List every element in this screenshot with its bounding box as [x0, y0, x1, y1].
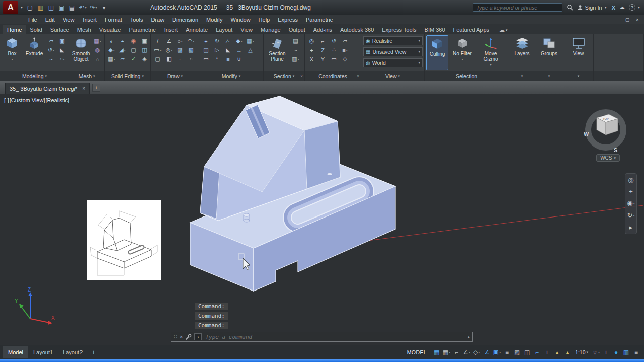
customize-wrench-icon[interactable] [185, 334, 192, 340]
panel-label-modeling[interactable]: Modeling ▾ [0, 71, 69, 81]
navigation-wheel-icon[interactable]: ◎ [628, 177, 633, 183]
taper-faces-icon[interactable]: ◢ [117, 46, 128, 54]
ribbon-tab[interactable]: Parametric [125, 25, 159, 34]
menu-item[interactable]: Edit [41, 16, 59, 23]
command-input[interactable] [204, 333, 465, 341]
smooth-less-icon[interactable]: ◌ [92, 55, 103, 63]
ucs-3point-icon[interactable]: ∴ [329, 46, 339, 54]
panel-label-view-collapsed[interactable]: ▾ [564, 71, 593, 81]
close-icon[interactable]: × [633, 16, 642, 23]
snap-mode-icon[interactable]: ▦ [442, 347, 451, 357]
line-icon[interactable]: / [152, 37, 163, 45]
move-icon[interactable]: + [201, 37, 211, 45]
mirror-icon[interactable]: ▷ [212, 46, 222, 54]
lengthen-icon[interactable]: — [245, 55, 256, 63]
smooth-more-icon[interactable]: ◍ [92, 46, 103, 54]
annotation-visibility-icon[interactable]: ▴ [552, 347, 562, 357]
ribbon-tab[interactable]: Insert [160, 25, 182, 34]
ribbon-tab[interactable]: Express Tools [378, 25, 420, 34]
move-gizmo-button[interactable]: Move Gizmo ▾ [476, 35, 505, 70]
fillet-icon[interactable]: ◆ [234, 37, 245, 45]
sign-in-button[interactable]: Sign In ▾ [577, 5, 607, 11]
loft-icon[interactable]: ≈ [57, 55, 67, 63]
ribbon-tab[interactable]: Featured Apps [449, 25, 494, 34]
union-icon[interactable]: ◐ [106, 37, 117, 45]
visual-style-dropdown[interactable]: ◉ Realistic ▾ [363, 36, 423, 45]
menu-item[interactable]: Parametric [302, 16, 337, 23]
customization-menu-icon[interactable]: ≡ [631, 347, 641, 357]
ribbon-tab[interactable]: View [236, 25, 257, 34]
ribbon-tab[interactable]: Home [3, 25, 26, 34]
arc-icon[interactable]: ◠ [186, 37, 196, 45]
panel-label-layers[interactable]: ▾ [509, 71, 535, 81]
minimize-icon[interactable]: — [613, 16, 622, 23]
trim-icon[interactable]: ∕ [223, 37, 233, 45]
new-drawing-tab-button[interactable]: + [92, 84, 100, 92]
exchange-apps-icon[interactable]: X [612, 5, 615, 11]
rotate-icon[interactable]: ↻ [212, 37, 222, 45]
ucs-world-dropdown[interactable]: ◍ World ▾ [363, 58, 423, 67]
model-space-button[interactable]: MODEL [403, 347, 431, 357]
ucs-previous-icon[interactable]: ↺ [329, 37, 339, 45]
graphics-performance-icon[interactable]: ▥ [621, 347, 631, 357]
panel-label-coordinates[interactable]: Coordinates ∨ [305, 71, 361, 81]
panel-label-selection[interactable]: Selection [425, 71, 509, 81]
isolate-objects-icon[interactable]: ● [611, 347, 621, 357]
extract-edges-icon[interactable]: ▦ [106, 55, 117, 63]
autoscale-icon[interactable]: ▴ [562, 347, 572, 357]
menu-item[interactable]: Insert [78, 16, 101, 23]
section-plane-button[interactable]: Section Plane [265, 35, 289, 70]
undo-icon[interactable]: ↶ [78, 3, 88, 12]
ribbon-tab[interactable]: Add-ins [309, 25, 336, 34]
check-icon[interactable]: ◈ [139, 55, 150, 63]
circle-icon[interactable]: ○ [175, 37, 185, 45]
file-tab[interactable]: 35_ 3Boyutlu Cizim Ornegi* × [5, 83, 90, 94]
panel-label-view[interactable]: View ▾ [361, 71, 424, 81]
erase-icon[interactable]: ▭ [201, 55, 211, 63]
redo-icon[interactable]: ↷ [89, 3, 98, 12]
add-jog-icon[interactable]: ~ [290, 46, 301, 54]
lineweight-icon[interactable]: ≡ [502, 347, 512, 357]
recent-commands-button[interactable]: › [194, 333, 202, 340]
dynamic-ucs-icon[interactable]: ⌐ [532, 347, 542, 357]
ucs-world-icon[interactable]: ◎ [306, 37, 317, 45]
save-as-icon[interactable]: ▣ [57, 3, 66, 12]
help-button[interactable]: ? ▾ [629, 4, 641, 11]
layout-tab[interactable]: Layout1 [28, 346, 58, 358]
offset-icon[interactable]: ≡ [223, 55, 233, 63]
open-folder-icon[interactable]: ▥ [36, 3, 45, 12]
new-layout-button[interactable]: + [88, 349, 99, 356]
command-history-toggle-icon[interactable]: ▴ [467, 334, 470, 339]
ribbon-tab[interactable]: Solid [26, 25, 46, 34]
search-input[interactable] [475, 4, 560, 11]
join-icon[interactable]: ∪ [234, 55, 245, 63]
ucs-x-icon[interactable]: X [306, 55, 317, 63]
clean-icon[interactable]: ✓ [128, 55, 139, 63]
menu-item[interactable]: Format [101, 16, 126, 23]
isodraft-icon[interactable]: ◇ [472, 347, 481, 357]
ribbon-tab[interactable]: BIM 360 [421, 25, 449, 34]
no-filter-button[interactable]: No Filter ▾ [449, 35, 475, 70]
showmotion-icon[interactable]: ▸ [629, 224, 633, 231]
ucs-z-axis-icon[interactable]: Z [317, 46, 328, 54]
a360-cloud-icon[interactable]: ☁ [619, 4, 625, 11]
dialog-launcher-icon[interactable]: ∨ [357, 74, 359, 78]
viewport-canvas[interactable]: [-][Custom View][Realistic] [0, 94, 644, 345]
ribbon-tab[interactable]: Manage [257, 25, 285, 34]
imprint-icon[interactable]: ▣ [139, 37, 150, 45]
ucs-named-icon[interactable]: ≡ [340, 46, 350, 54]
ribbon-tab[interactable]: Output [285, 25, 309, 34]
ucs-face-icon[interactable]: ▱ [340, 37, 350, 45]
ucs-icon[interactable]: ⌐ [317, 37, 328, 45]
sweep-icon[interactable]: ~ [46, 55, 56, 63]
pan-icon[interactable]: + [629, 188, 633, 195]
close-icon[interactable]: × [180, 334, 183, 340]
generate-section-icon[interactable]: ▥ [290, 55, 301, 63]
add-cleanscreen-icon[interactable]: + [601, 347, 611, 357]
app-menu-caret-icon[interactable]: ▾ [21, 5, 23, 10]
menu-item[interactable]: Tools [126, 16, 147, 23]
region-icon[interactable]: ◧ [164, 55, 174, 63]
presspull-icon[interactable]: ▣ [57, 37, 67, 45]
box-button[interactable]: Box ▾ [2, 35, 23, 70]
new-file-icon[interactable]: ▢ [25, 3, 35, 12]
